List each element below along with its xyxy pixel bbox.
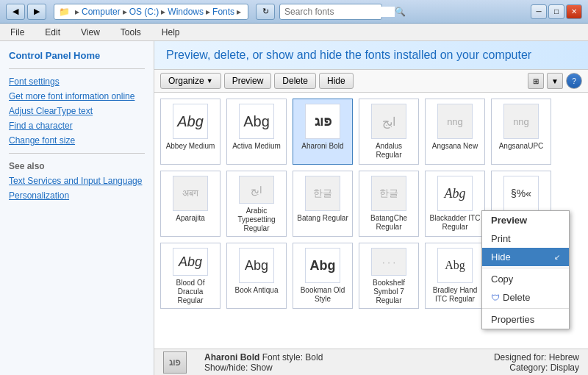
menu-tools[interactable]: Tools: [116, 26, 146, 39]
change-font-size-link[interactable]: Change font size: [9, 135, 145, 146]
font-item-aharoni[interactable]: פוג Aharoni Bold: [293, 99, 353, 165]
font-item-angsana-new[interactable]: nng Angsana New: [425, 99, 485, 165]
chevron-down-icon: ▼: [207, 77, 213, 85]
status-show-hide: Show: [251, 362, 273, 373]
font-item-andalus[interactable]: ابج Andalus Regular: [359, 99, 419, 165]
context-preview[interactable]: Preview: [482, 211, 569, 229]
sidebar: Control Panel Home Font settings Get mor…: [0, 41, 154, 375]
status-designed-for: Hebrew: [549, 352, 579, 362]
folder-icon: 📁: [59, 7, 70, 17]
context-delete[interactable]: 🛡Delete: [482, 288, 569, 307]
content-header: Preview, delete, or show and hide the fo…: [154, 41, 588, 70]
font-item-abbey[interactable]: Abg Abbey Medium: [160, 99, 220, 165]
context-hide[interactable]: Hide ↙: [482, 248, 569, 266]
fonts-grid: Abg Abbey Medium Abg Activa Medium פוג A…: [154, 93, 588, 349]
font-item-antiqua[interactable]: Abg Book Antiqua: [226, 243, 287, 309]
delete-button[interactable]: Delete: [274, 73, 316, 89]
maximize-button[interactable]: □: [548, 4, 564, 19]
search-box[interactable]: 🔍: [279, 4, 382, 20]
font-item-bradley[interactable]: Abg Bradley Hand ITC Regular: [425, 243, 485, 309]
status-category-label: Category:: [509, 362, 548, 373]
control-panel-home-link[interactable]: Control Panel Home: [9, 50, 145, 61]
personalization-link[interactable]: Personalization: [9, 190, 145, 201]
menu-help[interactable]: Help: [157, 26, 184, 39]
search-input[interactable]: [284, 7, 395, 17]
menubar: File Edit View Tools Help: [0, 24, 588, 41]
status-category: Display: [551, 362, 579, 373]
view-toggle-button[interactable]: ⊞: [528, 73, 544, 89]
menu-file[interactable]: File: [6, 26, 29, 39]
text-services-link[interactable]: Text Services and Input Language: [9, 176, 145, 186]
font-item-aparajita[interactable]: अबग Aparajita: [160, 171, 220, 237]
find-character-link[interactable]: Find a character: [9, 121, 145, 131]
breadcrumb-osc[interactable]: OS (C:): [129, 7, 159, 17]
status-font-style-label: Font style:: [262, 352, 306, 362]
menu-edit[interactable]: Edit: [40, 26, 65, 39]
hide-button[interactable]: Hide: [319, 73, 354, 89]
preview-button[interactable]: Preview: [224, 73, 272, 89]
status-font-name: Aharoni Bold: [204, 352, 259, 362]
context-print[interactable]: Print: [482, 229, 569, 248]
context-copy[interactable]: Copy: [482, 270, 569, 288]
back-button[interactable]: ◀: [6, 4, 25, 20]
organize-button[interactable]: Organize ▼: [160, 73, 221, 89]
menu-view[interactable]: View: [76, 26, 104, 39]
status-font-style: Bold: [305, 352, 323, 362]
forward-button[interactable]: ▶: [27, 4, 46, 20]
view-dropdown-button[interactable]: ▼: [547, 73, 563, 89]
refresh-button[interactable]: ↻: [256, 4, 275, 20]
font-item-activa[interactable]: Abg Activa Medium: [226, 99, 287, 165]
titlebar: ◀ ▶ 📁 ▸ Computer ▸ OS (C:) ▸ Windows ▸ F…: [0, 0, 588, 24]
font-item-blackadder[interactable]: Abg Blackadder ITC Regular: [425, 171, 485, 237]
status-font-icon: פוג: [163, 351, 187, 374]
font-item-batangche[interactable]: 한글 BatangChe Regular: [359, 171, 419, 237]
font-item-bookshelf[interactable]: · · · Bookshelf Symbol 7 Regular: [359, 243, 419, 309]
breadcrumb-computer[interactable]: Computer: [82, 7, 121, 17]
breadcrumb-windows[interactable]: Windows: [168, 7, 204, 17]
close-button[interactable]: ✕: [566, 4, 582, 19]
minimize-button[interactable]: ─: [531, 4, 547, 19]
cleartype-link[interactable]: Adjust ClearType text: [9, 106, 145, 116]
font-item-bookman[interactable]: Abg Bookman Old Style: [293, 243, 353, 309]
breadcrumb-fonts[interactable]: Fonts: [212, 7, 234, 17]
status-show-hide-label: Show/hide:: [204, 362, 248, 373]
search-icon: 🔍: [395, 7, 406, 17]
see-also-label: See also: [9, 161, 145, 171]
help-button[interactable]: ?: [566, 73, 582, 89]
toolbar: Organize ▼ Preview Delete Hide ⊞ ▼ ?: [154, 70, 588, 93]
context-menu: Preview Print Hide ↙ Copy 🛡Delete Proper…: [481, 210, 570, 329]
font-item-angsanaupc[interactable]: nng AngsanaUPC: [491, 99, 551, 165]
address-bar[interactable]: 📁 ▸ Computer ▸ OS (C:) ▸ Windows ▸ Fonts…: [54, 4, 248, 20]
more-font-info-link[interactable]: Get more font information online: [9, 91, 145, 101]
context-properties[interactable]: Properties: [482, 310, 569, 329]
status-designed-for-label: Designed for:: [494, 352, 546, 362]
statusbar: פוג Aharoni Bold Font style: Bold Show/h…: [154, 349, 588, 375]
font-settings-link[interactable]: Font settings: [9, 76, 145, 87]
font-item-blooddracula[interactable]: Abg Blood Of Dracula Regular: [160, 243, 220, 309]
shield-icon: 🛡: [491, 293, 500, 303]
font-item-arabic[interactable]: ابج Arabic Typesetting Regular: [226, 171, 287, 237]
page-title: Preview, delete, or show and hide the fo…: [166, 49, 576, 62]
font-item-batang[interactable]: 한글 Batang Regular: [293, 171, 353, 237]
